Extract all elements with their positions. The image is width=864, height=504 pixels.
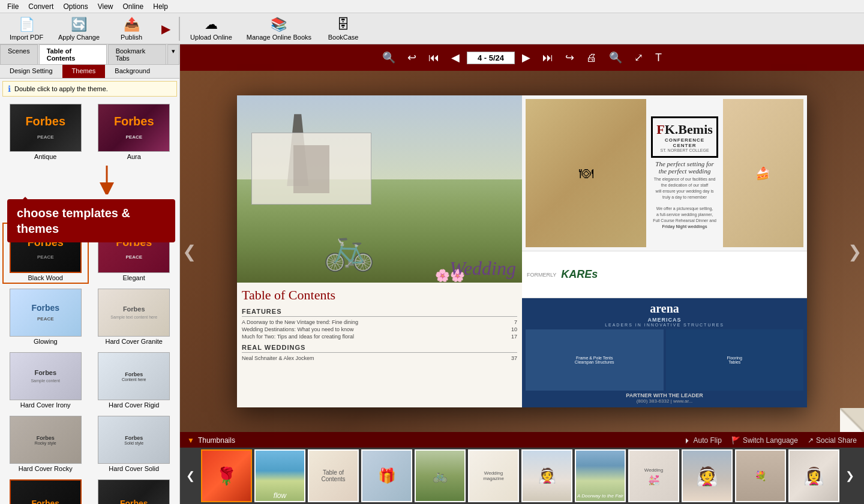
theme-aura-thumb: ForbesPEACE xyxy=(98,104,170,152)
publish-button[interactable]: 📤 Publish xyxy=(107,14,155,44)
tab-dropdown[interactable]: ▾ xyxy=(167,44,179,64)
fullscreen-button[interactable]: ⤢ xyxy=(629,49,648,67)
theme-antique-thumb: ForbesPEACE xyxy=(10,104,82,152)
theme-extra-2[interactable]: Forbes xyxy=(91,477,178,504)
last-page-button[interactable]: ⏭ xyxy=(538,49,558,67)
text-button[interactable]: T xyxy=(650,49,667,67)
thumbnail-9[interactable]: Wedding 💒 xyxy=(628,449,679,502)
thumbnail-10[interactable]: 👰 xyxy=(682,449,733,502)
thumbnails-controls: ⏵ Auto Flip 🚩 Switch Language ↗ Social S… xyxy=(684,436,857,445)
menu-convert[interactable]: Convert xyxy=(23,1,58,12)
apply-change-button[interactable]: 🔄 Apply Change xyxy=(52,14,106,44)
theme-hardcover-granite[interactable]: Forbes Sample text content here Hard Cov… xyxy=(91,286,178,347)
theme-antique[interactable]: ForbesPEACE Antique xyxy=(2,101,89,163)
back-button[interactable]: ↩ xyxy=(403,49,421,67)
thumbnail-8[interactable]: A Doorway to the Fair xyxy=(575,449,626,502)
import-pdf-button[interactable]: 📄 Import PDF xyxy=(2,14,50,44)
search-button[interactable]: 🔍 xyxy=(604,49,627,67)
forward-button[interactable]: ↪ xyxy=(560,49,579,67)
thumb-next[interactable]: ❯ xyxy=(842,469,858,482)
toc-item-3: Much for Two: Tips and Ideas for creatin… xyxy=(242,333,517,340)
thumbnail-12[interactable]: 👰‍♀️ xyxy=(788,449,839,502)
page-left: 🚲 🌸🌸 Table of Contents FEATURES A Doorwa… xyxy=(237,95,522,407)
thumb-prev[interactable]: ❮ xyxy=(182,469,199,482)
toolbar-arrow[interactable]: ▶ xyxy=(157,22,175,36)
book-spread: 🚲 🌸🌸 Table of Contents FEATURES A Doorwa… xyxy=(237,95,807,407)
menu-online[interactable]: Online xyxy=(118,1,149,12)
menu-options[interactable]: Options xyxy=(58,1,92,12)
first-page-button[interactable]: ⏮ xyxy=(424,49,444,67)
import-pdf-icon: 📄 xyxy=(19,17,35,32)
thumbnail-4[interactable]: 🎁 xyxy=(361,449,412,502)
theme-extra-1[interactable]: Forbes xyxy=(2,477,89,504)
thumbnail-5[interactable]: 🚲 xyxy=(415,449,466,502)
theme-aura[interactable]: ForbesPEACE Aura xyxy=(91,101,178,163)
zoom-in-button[interactable]: 🔍 xyxy=(377,49,400,67)
menu-view[interactable]: View xyxy=(93,1,118,12)
info-icon: ℹ xyxy=(8,84,11,94)
tabs-row1: Scenes Table of Contents Bookmark Tabs ▾ xyxy=(0,44,179,65)
tab-background[interactable]: Background xyxy=(105,65,160,78)
thumbnail-7[interactable]: 👰 xyxy=(521,449,572,502)
theme-hardcover-irony-label: Hard Cover Irony xyxy=(20,401,71,409)
bookcase-button[interactable]: 🗄 BookCase xyxy=(319,14,367,44)
tabs-row2: Design Setting Themes Background xyxy=(0,65,179,79)
toc-real-weddings-header: REAL WEDDINGS xyxy=(242,344,517,353)
theme-hardcover-solid[interactable]: Forbes Solid style Hard Cover Solid xyxy=(91,413,178,475)
theme-hardcover-solid-label: Hard Cover Solid xyxy=(109,465,159,472)
thumbnails-header: ▼ Thumbnails ⏵ Auto Flip 🚩 Switch Langua… xyxy=(180,433,864,448)
theme-extra-2-thumb: Forbes xyxy=(98,479,170,504)
prev-page-button[interactable]: ◀ xyxy=(446,49,464,67)
theme-hardcover-rocky-thumb: Forbes Rocky style xyxy=(10,416,82,464)
theme-hardcover-rocky[interactable]: Forbes Rocky style Hard Cover Rocky xyxy=(2,413,89,475)
separator-1 xyxy=(179,17,180,41)
theme-hardcover-rigid-thumb: Forbes Content here xyxy=(98,352,170,400)
theme-hardcover-irony[interactable]: Forbes Sample content Hard Cover Irony xyxy=(2,350,89,411)
print-button[interactable]: 🖨 xyxy=(581,49,602,67)
theme-hardcover-rigid[interactable]: Forbes Content here Hard Cover Rigid xyxy=(91,350,178,411)
book-nav-right[interactable]: ❯ xyxy=(848,242,862,262)
upload-online-button[interactable]: ☁ Upload Online xyxy=(184,14,239,44)
thumbnails-content: ❮ 🌹 flow Table of Contents xyxy=(180,448,864,504)
menu-file[interactable]: File xyxy=(2,1,23,12)
theme-glowing-thumb: ForbesPEACE xyxy=(10,289,82,337)
auto-flip-icon: ⏵ xyxy=(684,436,691,445)
thumbnail-2[interactable]: flow xyxy=(254,449,305,502)
tab-table-of-contents[interactable]: Table of Contents xyxy=(39,44,107,64)
tab-themes[interactable]: Themes xyxy=(62,65,106,78)
themes-grid: ForbesPEACE Antique ForbesPEACE Aura cho… xyxy=(0,99,179,504)
themes-row-3: ForbesPEACE Glowing Forbes Sample text c… xyxy=(2,286,177,347)
upload-online-icon: ☁ xyxy=(205,17,218,32)
switch-language-control[interactable]: 🚩 Switch Language xyxy=(731,436,798,445)
thumbnail-6[interactable]: Weddingmagazine xyxy=(468,449,519,502)
theme-glowing-label: Glowing xyxy=(34,338,58,345)
tab-bookmark-tabs[interactable]: Bookmark Tabs xyxy=(108,44,166,64)
themes-row-4: Forbes Sample content Hard Cover Irony F… xyxy=(2,350,177,411)
toc-item-rw1: Neal Schnaiter & Alex Jockem37 xyxy=(242,355,517,362)
thumbnail-11[interactable]: 💐 xyxy=(735,449,786,502)
theme-hardcover-granite-label: Hard Cover Granite xyxy=(106,338,163,345)
right-content: 🔍 ↩ ⏮ ◀ 4 - 5/24 ▶ ⏭ ↪ 🖨 🔍 ⤢ T ❮ xyxy=(180,44,864,504)
themes-row-1: ForbesPEACE Antique ForbesPEACE Aura xyxy=(2,101,177,163)
theme-hardcover-solid-thumb: Forbes Solid style xyxy=(98,416,170,464)
thumbnails-arrow-icon: ▼ xyxy=(187,436,194,445)
manage-online-button[interactable]: 📚 Manage Online Books xyxy=(240,14,318,44)
theme-hardcover-irony-thumb: Forbes Sample content xyxy=(10,352,82,400)
tab-scenes[interactable]: Scenes xyxy=(0,44,38,64)
thumbnail-3[interactable]: Table of Contents xyxy=(308,449,359,502)
thumbnail-1[interactable]: 🌹 xyxy=(201,449,252,502)
book-area: ❮ 🚲 xyxy=(180,71,864,432)
tab-design-setting[interactable]: Design Setting xyxy=(0,65,62,78)
switch-language-icon: 🚩 xyxy=(731,436,740,445)
menu-bar: File Convert Options View Online Help xyxy=(0,0,864,13)
social-share-icon: ↗ xyxy=(808,436,814,445)
theme-glowing[interactable]: ForbesPEACE Glowing xyxy=(2,286,89,347)
book-nav-left[interactable]: ❮ xyxy=(182,242,196,262)
menu-help[interactable]: Help xyxy=(148,1,173,12)
auto-flip-control[interactable]: ⏵ Auto Flip xyxy=(684,436,722,445)
social-share-control[interactable]: ↗ Social Share xyxy=(808,436,857,445)
thumbnails-title: Thumbnails xyxy=(198,436,235,445)
tooltip-arrow xyxy=(95,164,119,194)
themes-row-5: Forbes Rocky style Hard Cover Rocky Forb… xyxy=(2,413,177,475)
next-page-button[interactable]: ▶ xyxy=(517,49,535,67)
